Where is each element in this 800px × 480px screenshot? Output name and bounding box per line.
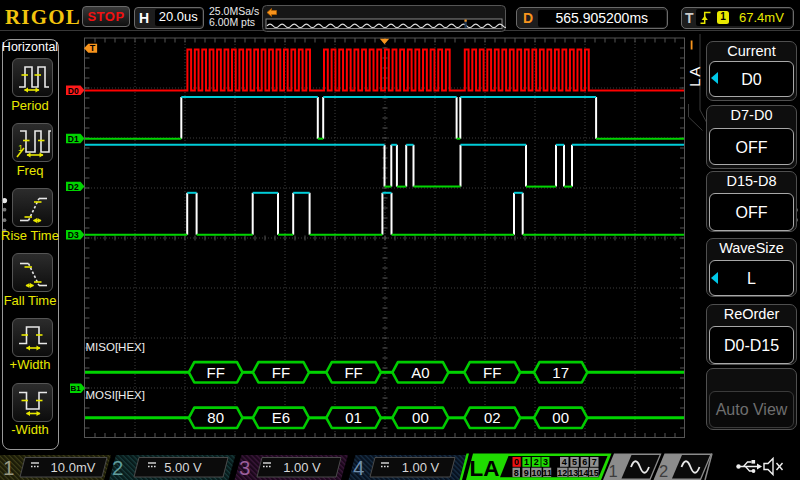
svg-text:02: 02 xyxy=(484,409,501,426)
svg-text:MISO[HEX]: MISO[HEX] xyxy=(86,341,145,353)
svg-text:1: 1 xyxy=(3,456,14,479)
svg-text:D3: D3 xyxy=(68,230,79,240)
svg-text:FF: FF xyxy=(272,364,290,381)
svg-text:LA: LA xyxy=(470,456,500,480)
svg-text:D0: D0 xyxy=(68,86,79,96)
svg-text:13: 13 xyxy=(568,468,578,478)
svg-text:T: T xyxy=(90,43,96,53)
svg-text:00: 00 xyxy=(552,409,569,426)
svg-text:2: 2 xyxy=(659,462,668,480)
svg-text:MOSI[HEX]: MOSI[HEX] xyxy=(86,389,145,401)
svg-text:D2: D2 xyxy=(68,182,79,192)
svg-text:5.00 V: 5.00 V xyxy=(164,460,202,475)
svg-text:10: 10 xyxy=(531,468,541,478)
svg-text:10.0mV: 10.0mV xyxy=(51,460,96,475)
svg-text:4: 4 xyxy=(562,457,567,467)
svg-text:1: 1 xyxy=(609,462,618,480)
svg-text:FF: FF xyxy=(344,364,362,381)
svg-text:5: 5 xyxy=(572,457,577,467)
svg-text:A0: A0 xyxy=(411,364,429,381)
svg-text:B1: B1 xyxy=(70,384,81,393)
svg-text:FF: FF xyxy=(483,364,501,381)
svg-text:17: 17 xyxy=(552,364,569,381)
svg-text:8: 8 xyxy=(514,468,519,478)
svg-text:2: 2 xyxy=(112,456,123,479)
svg-text:7: 7 xyxy=(592,457,597,467)
svg-text:12: 12 xyxy=(557,468,567,478)
svg-text:15: 15 xyxy=(589,468,599,478)
svg-text:11: 11 xyxy=(542,468,552,478)
svg-text:1: 1 xyxy=(524,457,529,467)
svg-text:9: 9 xyxy=(524,468,529,478)
svg-text:80: 80 xyxy=(207,409,224,426)
svg-text:14: 14 xyxy=(578,468,588,478)
svg-text:2: 2 xyxy=(534,457,539,467)
svg-text:FF: FF xyxy=(206,364,224,381)
svg-text:4: 4 xyxy=(353,456,364,479)
svg-text:01: 01 xyxy=(345,409,362,426)
svg-text:E6: E6 xyxy=(272,409,290,426)
svg-text:3: 3 xyxy=(543,457,548,467)
svg-text:D1: D1 xyxy=(68,134,79,144)
svg-text:1.00 V: 1.00 V xyxy=(283,460,321,475)
svg-text:1.00 V: 1.00 V xyxy=(402,460,440,475)
svg-text:6: 6 xyxy=(582,457,587,467)
svg-text:0: 0 xyxy=(514,457,519,467)
svg-text:00: 00 xyxy=(412,409,429,426)
svg-text:3: 3 xyxy=(239,456,250,479)
